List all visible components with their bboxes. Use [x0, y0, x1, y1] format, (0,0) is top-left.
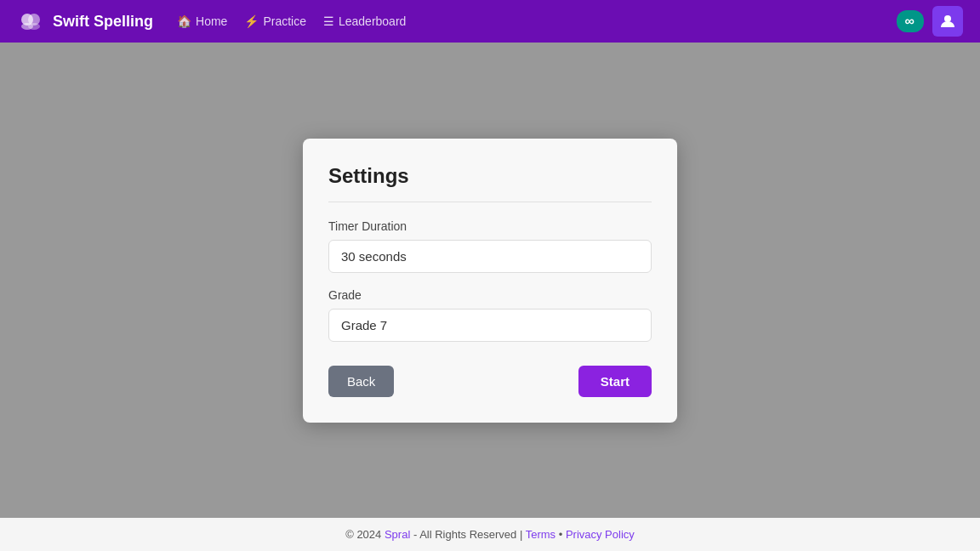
nav-brand: Swift Spelling [17, 8, 153, 35]
navbar: Swift Spelling 🏠 Home ⚡ Practice ☰ Leade… [0, 0, 980, 43]
page-footer: © 2024 Spral - All Rights Reserved | Ter… [0, 518, 980, 551]
svg-point-3 [28, 23, 40, 30]
nav-links: 🏠 Home ⚡ Practice ☰ Leaderboard [177, 14, 406, 28]
nav-practice-label: Practice [263, 14, 306, 28]
timer-duration-field: Timer Duration 30 seconds 60 seconds 90 … [328, 219, 652, 273]
company-link[interactable]: Spral [385, 528, 410, 541]
back-button[interactable]: Back [328, 366, 394, 397]
home-icon: 🏠 [177, 14, 191, 28]
privacy-link[interactable]: Privacy Policy [566, 528, 635, 541]
nav-right: ∞ [897, 6, 963, 37]
nav-home[interactable]: 🏠 Home [177, 14, 227, 28]
brand-name: Swift Spelling [53, 13, 153, 31]
footer-separator: - All Rights Reserved | [413, 528, 526, 541]
timer-duration-select[interactable]: 30 seconds 60 seconds 90 seconds 120 sec… [328, 240, 652, 273]
user-avatar-button[interactable] [932, 6, 963, 37]
start-button[interactable]: Start [578, 366, 652, 397]
nav-home-label: Home [196, 14, 227, 28]
timer-duration-label: Timer Duration [328, 219, 652, 233]
nav-practice[interactable]: ⚡ Practice [244, 14, 306, 28]
grade-label: Grade [328, 288, 652, 302]
main-area: Settings Timer Duration 30 seconds 60 se… [0, 43, 980, 518]
leaderboard-icon: ☰ [323, 14, 334, 28]
copyright-text: © 2024 [345, 528, 381, 541]
infinity-icon: ∞ [905, 14, 915, 29]
practice-icon: ⚡ [244, 14, 259, 28]
logo-icon [17, 8, 44, 35]
svg-point-4 [944, 15, 951, 22]
terms-link[interactable]: Terms [526, 528, 556, 541]
footer-bullet: • [559, 528, 566, 541]
infinity-badge: ∞ [897, 10, 924, 32]
nav-leaderboard[interactable]: ☰ Leaderboard [323, 14, 406, 28]
nav-left: Swift Spelling 🏠 Home ⚡ Practice ☰ Leade… [17, 8, 406, 35]
modal-footer: Back Start [328, 366, 652, 397]
grade-select[interactable]: Grade 1 Grade 2 Grade 3 Grade 4 Grade 5 … [328, 309, 652, 342]
modal-title: Settings [328, 164, 652, 202]
nav-leaderboard-label: Leaderboard [339, 14, 406, 28]
grade-field: Grade Grade 1 Grade 2 Grade 3 Grade 4 Gr… [328, 288, 652, 342]
settings-modal: Settings Timer Duration 30 seconds 60 se… [303, 139, 677, 423]
